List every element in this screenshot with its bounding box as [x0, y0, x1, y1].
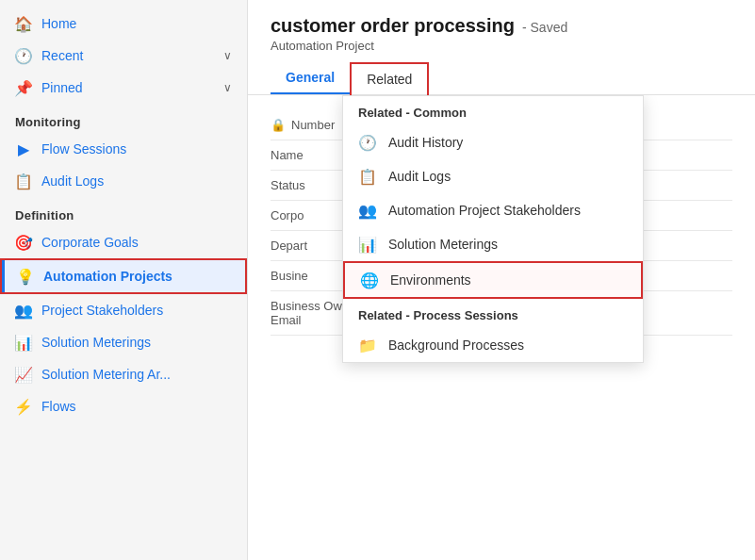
- sidebar-label-recent: Recent: [41, 48, 214, 63]
- sidebar: 🏠 Home 🕐 Recent ∨ 📌 Pinned ∨ Monitoring …: [0, 0, 248, 560]
- sidebar-label-flow-sessions: Flow Sessions: [41, 141, 232, 156]
- related-dropdown: Related - Common 🕐 Audit History 📋 Audit…: [342, 95, 644, 363]
- sidebar-label-flows: Flows: [41, 399, 232, 414]
- corporate-goals-icon: 🎯: [15, 234, 32, 251]
- sidebar-item-audit-logs[interactable]: 📋 Audit Logs: [0, 165, 247, 197]
- audit-history-icon: 🕐: [358, 133, 377, 152]
- title-row: customer order processing - Saved: [271, 15, 732, 37]
- pinned-icon: 📌: [15, 79, 32, 96]
- automation-projects-icon: 💡: [17, 268, 34, 285]
- tab-related[interactable]: Related: [350, 62, 429, 95]
- dropdown-label-audit-logs: Audit Logs: [388, 169, 451, 184]
- sidebar-label-project-stakeholders: Project Stakeholders: [41, 303, 232, 318]
- saved-indicator: - Saved: [522, 20, 567, 35]
- recent-icon: 🕐: [15, 47, 32, 64]
- main-body: 🔒 Number Name ing Status Corpo h Aut... …: [248, 95, 755, 560]
- section-definition: Definition: [0, 197, 247, 226]
- dropdown-section-common: Related - Common: [343, 96, 643, 125]
- flow-sessions-icon: ▶: [15, 140, 32, 157]
- main-header: customer order processing - Saved Automa…: [248, 0, 755, 95]
- sidebar-item-project-stakeholders[interactable]: 👥 Project Stakeholders: [0, 294, 247, 326]
- section-monitoring: Monitoring: [0, 104, 247, 133]
- sidebar-label-home: Home: [41, 16, 232, 31]
- sidebar-item-flows[interactable]: ⚡ Flows: [0, 390, 247, 422]
- main-content: customer order processing - Saved Automa…: [248, 0, 755, 560]
- sidebar-label-audit-logs: Audit Logs: [41, 173, 232, 189]
- sidebar-item-automation-projects[interactable]: 💡 Automation Projects: [0, 258, 247, 294]
- page-title: customer order processing: [271, 15, 515, 37]
- dropdown-item-background-processes[interactable]: 📁 Background Processes: [343, 328, 643, 362]
- dropdown-label-audit-history: Audit History: [388, 135, 463, 150]
- audit-logs-dropdown-icon: 📋: [358, 167, 377, 186]
- dropdown-label-solution-meterings: Solution Meterings: [388, 237, 498, 252]
- tab-general[interactable]: General: [271, 62, 350, 94]
- dropdown-label-environments: Environments: [390, 272, 471, 288]
- sidebar-item-home[interactable]: 🏠 Home: [0, 8, 247, 40]
- sidebar-label-pinned: Pinned: [41, 80, 214, 95]
- sidebar-label-solution-meterings: Solution Meterings: [41, 335, 232, 350]
- solution-meterings-dropdown-icon: 📊: [358, 235, 377, 254]
- dropdown-section-process: Related - Process Sessions: [343, 299, 643, 328]
- page-subtitle: Automation Project: [271, 39, 732, 53]
- sidebar-label-automation-projects: Automation Projects: [43, 269, 230, 284]
- solution-meterings-icon: 📊: [15, 334, 32, 351]
- dropdown-item-audit-history[interactable]: 🕐 Audit History: [343, 125, 643, 159]
- audit-logs-icon: 📋: [15, 173, 32, 189]
- dropdown-item-audit-logs[interactable]: 📋 Audit Logs: [343, 159, 643, 193]
- dropdown-item-environments[interactable]: 🌐 Environments: [343, 261, 643, 299]
- dropdown-item-solution-meterings[interactable]: 📊 Solution Meterings: [343, 227, 643, 261]
- home-icon: 🏠: [15, 15, 32, 32]
- environments-icon: 🌐: [360, 271, 379, 289]
- chevron-down-icon: ∨: [223, 49, 232, 62]
- sidebar-item-pinned[interactable]: 📌 Pinned ∨: [0, 72, 247, 104]
- dropdown-label-automation-project-stakeholders: Automation Project Stakeholders: [388, 203, 581, 218]
- sidebar-item-corporate-goals[interactable]: 🎯 Corporate Goals: [0, 226, 247, 258]
- project-stakeholders-icon: 👥: [15, 302, 32, 319]
- lock-icon: 🔒: [271, 118, 286, 132]
- sidebar-item-flow-sessions[interactable]: ▶ Flow Sessions: [0, 133, 247, 165]
- sidebar-label-corporate-goals: Corporate Goals: [41, 235, 232, 250]
- sidebar-label-solution-metering-ar: Solution Metering Ar...: [41, 367, 232, 382]
- sidebar-item-recent[interactable]: 🕐 Recent ∨: [0, 40, 247, 72]
- automation-project-stakeholders-icon: 👥: [358, 201, 377, 220]
- sidebar-item-solution-metering-ar[interactable]: 📈 Solution Metering Ar...: [0, 358, 247, 390]
- tab-bar: General Related: [271, 62, 732, 94]
- solution-metering-ar-icon: 📈: [15, 366, 32, 383]
- background-processes-icon: 📁: [358, 336, 377, 354]
- chevron-down-icon-pinned: ∨: [223, 81, 232, 94]
- sidebar-item-solution-meterings[interactable]: 📊 Solution Meterings: [0, 326, 247, 358]
- flows-icon: ⚡: [15, 398, 32, 415]
- dropdown-label-background-processes: Background Processes: [388, 338, 524, 353]
- dropdown-item-automation-project-stakeholders[interactable]: 👥 Automation Project Stakeholders: [343, 193, 643, 227]
